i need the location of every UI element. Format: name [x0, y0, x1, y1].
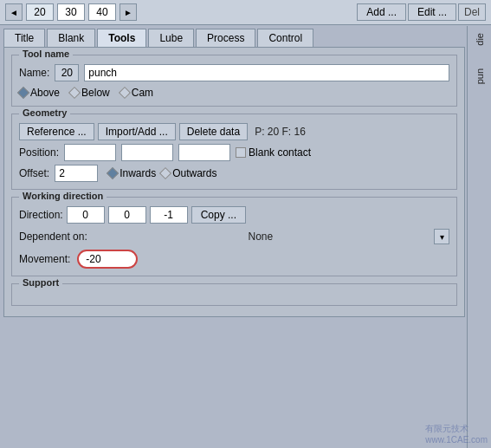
inwards-label: Inwards — [120, 167, 156, 179]
watermark: 有限元技术www.1CAE.com — [425, 423, 488, 445]
name-input[interactable] — [84, 64, 449, 81]
side-die-label: die — [473, 31, 487, 48]
dependent-dropdown-btn[interactable]: ▾ — [434, 229, 449, 244]
name-row: Name: 20 — [19, 64, 449, 81]
tool-name-section: Tool name Name: 20 Above Below Cam — [11, 55, 457, 107]
top-toolbar: ◄ 20 30 40 ► Add ... Edit ... Del — [0, 0, 491, 25]
tab-process[interactable]: Process — [196, 29, 255, 47]
outwards-label: Outwards — [172, 167, 216, 179]
movement-label: Movement: — [19, 253, 70, 265]
outwards-radio-icon — [159, 167, 171, 179]
delete-data-button[interactable]: Delete data — [179, 123, 248, 140]
edit-button[interactable]: Edit ... — [408, 3, 456, 21]
dependent-value: None — [94, 230, 427, 243]
position-label: Position: — [19, 146, 59, 159]
direction-row: Direction: Copy ... — [19, 206, 449, 224]
side-panel: die pun — [467, 26, 491, 448]
position-x-input[interactable] — [64, 144, 116, 161]
side-pun-label: pun — [473, 67, 487, 86]
left-arrow-btn[interactable]: ◄ — [5, 3, 23, 21]
tab-control[interactable]: Control — [257, 29, 313, 47]
working-direction-section: Working direction Direction: Copy ... De… — [11, 197, 457, 276]
dir-x-input[interactable] — [67, 206, 105, 224]
geometry-section: Geometry Reference ... Import/Add ... De… — [11, 114, 457, 190]
offset-row: Offset: Inwards Outwards — [19, 165, 449, 182]
outwards-radio[interactable]: Outwards — [161, 167, 216, 179]
tab-lube[interactable]: Lube — [148, 29, 194, 47]
tab-40[interactable]: 40 — [88, 3, 116, 21]
below-radio[interactable]: Below — [70, 87, 110, 99]
direction-label: Direction: — [19, 209, 63, 221]
inwards-radio-icon — [107, 167, 119, 179]
position-radio-row: Above Below Cam — [19, 87, 449, 99]
above-radio[interactable]: Above — [19, 87, 60, 99]
blank-contact-label: Blank contact — [249, 146, 311, 159]
movement-input[interactable] — [77, 250, 138, 269]
main-content: Tool name Name: 20 Above Below Cam Geome… — [3, 47, 465, 317]
tool-name-title: Tool name — [19, 49, 73, 59]
tab-blank[interactable]: Blank — [47, 29, 95, 47]
position-y-input[interactable] — [121, 144, 173, 161]
below-label: Below — [81, 87, 110, 99]
offset-label: Offset: — [19, 167, 49, 179]
name-label: Name: — [19, 67, 49, 79]
import-button[interactable]: Import/Add ... — [98, 123, 176, 140]
blank-contact-check[interactable]: Blank contact — [236, 146, 311, 159]
cam-label: Cam — [132, 87, 153, 99]
above-radio-icon — [17, 87, 29, 99]
position-row: Position: Blank contact — [19, 144, 449, 161]
inwards-radio[interactable]: Inwards — [108, 167, 156, 179]
working-direction-title: Working direction — [19, 191, 107, 201]
right-arrow-btn[interactable]: ► — [120, 3, 137, 21]
add-button[interactable]: Add ... — [357, 3, 406, 21]
dependent-row: Dependent on: None ▾ — [19, 229, 449, 244]
above-label: Above — [30, 87, 60, 99]
dir-y-input[interactable] — [108, 206, 146, 224]
del-button[interactable]: Del — [458, 3, 486, 21]
tab-tools[interactable]: Tools — [97, 29, 146, 47]
reference-button[interactable]: Reference ... — [19, 123, 94, 140]
blank-contact-checkbox-icon — [236, 147, 246, 158]
geometry-title: Geometry — [19, 107, 70, 118]
geo-buttons-row: Reference ... Import/Add ... Delete data… — [19, 123, 449, 140]
movement-row: Movement: — [19, 250, 449, 269]
dependent-label: Dependent on: — [19, 230, 87, 243]
name-prefix: 20 — [55, 64, 79, 81]
support-title: Support — [19, 277, 62, 288]
copy-button[interactable]: Copy ... — [191, 206, 246, 224]
below-radio-icon — [68, 87, 81, 99]
tab-title[interactable]: Title — [3, 29, 45, 47]
tab-20[interactable]: 20 — [26, 3, 54, 21]
main-tab-bar: Title Blank Tools Lube Process Control — [0, 25, 491, 47]
support-section: Support — [11, 283, 457, 306]
cam-radio-icon — [119, 87, 131, 99]
position-z-input[interactable] — [178, 144, 230, 161]
toolbar-actions: Add ... Edit ... Del — [357, 3, 486, 21]
cam-radio[interactable]: Cam — [120, 87, 153, 99]
dir-z-input[interactable] — [150, 206, 188, 224]
pf-info: P: 20 F: 16 — [255, 126, 306, 138]
offset-input[interactable] — [55, 165, 98, 182]
tab-30[interactable]: 30 — [57, 3, 85, 21]
